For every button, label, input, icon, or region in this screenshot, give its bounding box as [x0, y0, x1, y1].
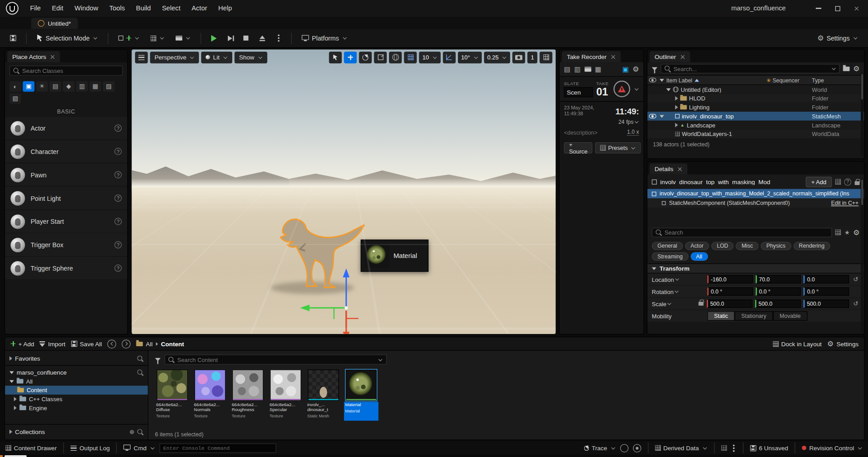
asset-tile-static-mesh[interactable]: involv_...dinosaur_tStatic Mesh: [306, 370, 341, 421]
filter-misc[interactable]: Misc: [736, 242, 759, 250]
filter-general[interactable]: General: [652, 242, 683, 250]
place-actors-search[interactable]: [9, 66, 123, 76]
place-actor-item-point-light[interactable]: Point Light: [5, 187, 127, 210]
search-icon[interactable]: [137, 355, 144, 362]
console-input[interactable]: [163, 445, 272, 451]
filter-physics[interactable]: Physics: [761, 242, 791, 250]
back-button[interactable]: [108, 339, 117, 348]
help-badge-icon[interactable]: [114, 265, 122, 272]
menu-help[interactable]: Help: [212, 0, 237, 17]
take-settings-icon[interactable]: ⚙: [633, 66, 639, 73]
location-z-field[interactable]: 0.0: [804, 275, 849, 284]
output-log-button[interactable]: Output Log: [71, 444, 110, 451]
subcomponent-row[interactable]: StaticMeshComponent (StaticMeshComponent…: [647, 199, 864, 208]
tree-item-cpp-classes[interactable]: C++ Classes: [5, 394, 148, 403]
take-recorder-tab[interactable]: Take Recorder: [562, 51, 620, 63]
lock-icon[interactable]: [854, 181, 859, 185]
mobility-movable-button[interactable]: Movable: [773, 311, 807, 321]
maximize-viewport-button[interactable]: [540, 51, 552, 63]
tree-item-content[interactable]: Content: [5, 386, 148, 395]
outliner-row-landscape[interactable]: ▲Landscape Landscape: [647, 121, 864, 130]
unsaved-button[interactable]: 6 Unsaved: [750, 444, 788, 451]
import-button[interactable]: Import: [40, 340, 65, 347]
asset-tile-roughness[interactable]: 664c8e6a2...RoughnessTexture: [231, 370, 265, 421]
close-panel-icon[interactable]: [677, 167, 682, 172]
details-search[interactable]: [652, 227, 832, 237]
level-tab[interactable]: Untitled*: [31, 18, 77, 29]
filter-actor[interactable]: Actor: [685, 242, 709, 250]
revision-control-button[interactable]: Revision Control: [802, 444, 862, 451]
reset-location-icon[interactable]: ↺: [852, 276, 859, 283]
category-all-classes-icon[interactable]: ▨: [9, 93, 21, 104]
place-actor-item-character[interactable]: Character: [5, 140, 127, 163]
column-sequencer[interactable]: ✳ Sequencer: [766, 77, 812, 83]
forward-button[interactable]: [122, 339, 131, 348]
filter-icon[interactable]: [155, 358, 160, 361]
create-folder-icon[interactable]: [843, 66, 850, 71]
details-search-input[interactable]: [665, 229, 828, 236]
help-icon[interactable]: [844, 178, 851, 186]
menu-actor[interactable]: Actor: [186, 0, 212, 17]
filter-rendering[interactable]: Rendering: [793, 242, 830, 250]
scale-tool-button[interactable]: [374, 51, 387, 63]
view-mode-dropdown[interactable]: Lit: [201, 51, 232, 63]
content-search[interactable]: [164, 354, 387, 364]
playback-speed-field[interactable]: 1.0 x: [627, 129, 639, 136]
display-filter-icon[interactable]: [836, 230, 841, 235]
take-browser-icon[interactable]: ▣: [622, 65, 628, 73]
select-tool-button[interactable]: [329, 51, 342, 63]
mobility-stationary-button[interactable]: Stationary: [735, 311, 773, 321]
trace-button[interactable]: Trace: [584, 444, 615, 451]
new-take-icon[interactable]: ▤: [564, 65, 570, 73]
outliner-settings-icon[interactable]: ⚙: [853, 65, 859, 72]
outliner-row-dinosaur-selected[interactable]: involv_dinosaur_top StaticMesh: [647, 112, 864, 121]
filter-lod[interactable]: LOD: [711, 242, 734, 250]
scale-dropdown[interactable]: Scale: [652, 300, 699, 307]
save-button[interactable]: [7, 32, 19, 45]
column-type[interactable]: Type: [812, 77, 859, 83]
favorites-section[interactable]: Favorites: [5, 354, 148, 363]
slate-icon[interactable]: [584, 67, 591, 72]
tree-item-all[interactable]: All: [5, 377, 148, 386]
add-collection-icon[interactable]: ⊕: [129, 428, 134, 435]
menu-window[interactable]: Window: [69, 0, 104, 17]
outliner-search[interactable]: [661, 64, 840, 73]
asset-tile-material-selected[interactable]: MaterialMaterial: [344, 370, 379, 421]
content-search-input[interactable]: [177, 356, 375, 363]
column-item-label[interactable]: Item Label: [666, 77, 766, 83]
cmd-dropdown[interactable]: Cmd: [124, 444, 155, 451]
reset-scale-icon[interactable]: ↺: [852, 300, 859, 308]
outliner-scrollbar[interactable]: [861, 73, 863, 156]
editor-mode-dropdown[interactable]: Selection Mode: [33, 32, 101, 45]
tree-item-engine[interactable]: Engine: [5, 403, 148, 412]
minimize-button[interactable]: [810, 2, 827, 15]
rotation-z-field[interactable]: 0.0 °: [804, 287, 849, 296]
screenshot-icon[interactable]: [633, 444, 641, 452]
search-classes-input[interactable]: [22, 67, 119, 74]
perspective-dropdown[interactable]: Perspective: [150, 51, 199, 63]
outliner-row-worlddatalayers[interactable]: WorldDataLayers-1 WorldData: [647, 130, 864, 139]
category-lights-icon[interactable]: ☀: [36, 81, 48, 91]
content-drawer-button[interactable]: Content Drawer: [5, 444, 57, 451]
help-badge-icon[interactable]: [114, 241, 122, 249]
asset-tile-normals[interactable]: 664c8e6a2...NormalsTexture: [193, 370, 227, 421]
breadcrumb-current[interactable]: Content: [161, 340, 184, 347]
blueprints-button[interactable]: [147, 32, 168, 45]
help-badge-icon[interactable]: [114, 218, 122, 225]
slate-expand-icon[interactable]: [635, 86, 639, 90]
visibility-column-icon[interactable]: [649, 78, 656, 82]
rotation-snapping-button[interactable]: [443, 51, 456, 63]
cinematics-button[interactable]: [172, 32, 194, 45]
filter-streaming[interactable]: Streaming: [652, 252, 688, 261]
category-volumes-icon[interactable]: ▧: [103, 81, 114, 91]
outliner-row-world[interactable]: Untitled (Editor) World: [647, 85, 864, 94]
category-basic-icon[interactable]: ▣: [23, 81, 35, 91]
menu-file[interactable]: File: [24, 0, 46, 17]
level-viewport[interactable]: Material Perspective Lit Show 10 10° 0.2…: [131, 49, 556, 335]
category-shapes-icon[interactable]: ▤: [50, 81, 61, 91]
add-source-button[interactable]: + Source: [564, 142, 592, 154]
scale-y-field[interactable]: 500.0: [755, 299, 800, 308]
play-options-button[interactable]: [273, 32, 285, 45]
details-settings-icon[interactable]: ⚙: [853, 229, 859, 236]
review-takes-icon[interactable]: ▥: [574, 65, 580, 73]
